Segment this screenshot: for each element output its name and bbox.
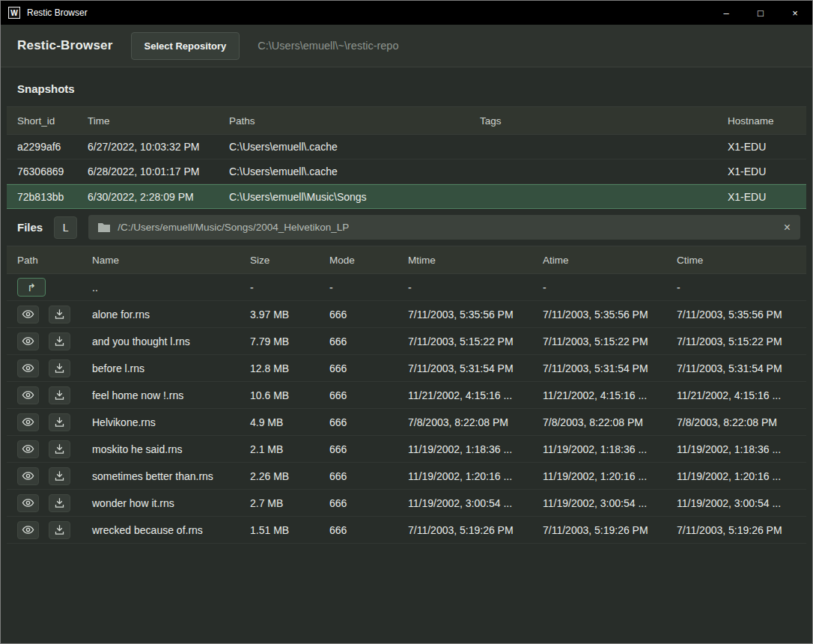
select-repository-button[interactable]: Select Repository — [131, 32, 240, 60]
snapshot-paths: C:\Users\emuell\.cache — [219, 165, 469, 177]
file-mtime: - — [398, 282, 532, 294]
column-header-ctime: Ctime — [666, 255, 806, 266]
file-mode: 666 — [319, 497, 398, 509]
file-row: sometimes better than.rns 2.26 MB 666 11… — [7, 463, 806, 490]
file-mtime: 7/11/2003, 5:31:54 PM — [398, 362, 532, 374]
file-size: 10.6 MB — [240, 389, 319, 401]
file-row: wrecked because of.rns 1.51 MB 666 7/11/… — [7, 517, 806, 544]
root-path-button[interactable]: L — [54, 216, 77, 239]
file-ctime: 11/19/2002, 1:20:16 ... — [666, 470, 806, 482]
file-mode: 666 — [319, 335, 398, 347]
preview-file-button[interactable] — [17, 494, 39, 512]
file-mode: 666 — [319, 416, 398, 428]
download-file-button[interactable] — [49, 386, 70, 404]
download-file-button[interactable] — [49, 306, 70, 323]
eye-icon — [22, 416, 34, 428]
preview-file-button[interactable] — [17, 413, 39, 431]
snapshot-row-selected[interactable]: 72b813bb 6/30/2022, 2:28:09 PM C:\Users\… — [7, 184, 806, 209]
app-header: Restic-Browser Select Repository C:\User… — [1, 25, 812, 67]
file-mode: 666 — [319, 362, 398, 374]
snapshot-paths: C:\Users\emuell\.cache — [219, 141, 469, 153]
eye-icon — [22, 335, 34, 347]
snapshots-table-header: Short_id Time Paths Tags Hostname — [7, 106, 806, 135]
snapshot-short-id: 72b813bb — [7, 191, 77, 203]
download-file-button[interactable] — [49, 494, 70, 512]
column-header-size: Size — [240, 255, 319, 266]
snapshot-time: 6/27/2022, 10:03:32 PM — [77, 141, 219, 153]
preview-file-button[interactable] — [17, 467, 39, 485]
snapshot-short-id: 76306869 — [7, 165, 77, 177]
file-mtime: 11/19/2002, 1:20:16 ... — [398, 470, 532, 482]
snapshot-hostname: X1-EDU — [717, 191, 806, 203]
preview-file-button[interactable] — [17, 359, 39, 377]
snapshots-section-title: Snapshots — [1, 67, 812, 106]
snapshot-row[interactable]: 76306869 6/28/2022, 10:01:17 PM C:\Users… — [7, 160, 806, 184]
preview-file-button[interactable] — [17, 440, 39, 458]
eye-icon — [22, 308, 34, 321]
column-header-path: Path — [7, 255, 82, 266]
download-file-button[interactable] — [49, 521, 70, 539]
window-controls: – □ × — [709, 1, 812, 25]
snapshot-time: 6/28/2022, 10:01:17 PM — [77, 165, 219, 177]
eye-icon — [22, 496, 34, 509]
file-mode: 666 — [319, 443, 398, 455]
file-mtime: 11/19/2002, 3:00:54 ... — [398, 497, 532, 509]
column-header-atime: Atime — [532, 255, 666, 266]
file-ctime: 7/11/2003, 5:15:22 PM — [666, 335, 806, 347]
file-name: wonder how it.rns — [82, 497, 240, 509]
download-icon — [54, 443, 65, 455]
file-name: and you thought l.rns — [82, 335, 240, 347]
file-mtime: 11/21/2002, 4:15:16 ... — [398, 389, 532, 401]
files-path-input[interactable]: /C:/Users/emuell/Music/Songs/2004_Helvet… — [88, 215, 800, 240]
preview-file-button[interactable] — [17, 332, 39, 350]
download-icon — [54, 497, 65, 508]
file-row: wonder how it.rns 2.7 MB 666 11/19/2002,… — [7, 490, 806, 517]
column-header-mtime: Mtime — [398, 255, 532, 266]
column-header-paths: Paths — [219, 115, 469, 127]
file-row: moskito he said.rns 2.1 MB 666 11/19/200… — [7, 436, 806, 463]
file-ctime: 7/11/2003, 5:19:26 PM — [666, 524, 806, 536]
column-header-hostname: Hostname — [717, 115, 806, 127]
files-table-header: Path Name Size Mode Mtime Atime Ctime — [7, 246, 806, 274]
preview-file-button[interactable] — [17, 306, 39, 323]
file-row: alone for.rns 3.97 MB 666 7/11/2003, 5:3… — [7, 301, 806, 328]
file-name: alone for.rns — [82, 309, 240, 321]
download-icon — [54, 524, 65, 535]
snapshot-row[interactable]: a2299af6 6/27/2022, 10:03:32 PM C:\Users… — [7, 135, 806, 160]
preview-file-button[interactable] — [17, 521, 39, 539]
download-file-button[interactable] — [49, 332, 70, 350]
download-file-button[interactable] — [49, 413, 70, 431]
download-icon — [54, 470, 65, 482]
file-ctime: 11/19/2002, 3:00:54 ... — [666, 497, 806, 509]
minimize-button[interactable]: – — [709, 1, 743, 25]
file-name: Helvikone.rns — [82, 416, 240, 428]
folder-icon — [98, 222, 110, 232]
file-atime: 7/11/2003, 5:35:56 PM — [532, 309, 666, 321]
download-icon — [54, 416, 65, 428]
file-size: 7.79 MB — [240, 335, 319, 347]
download-file-button[interactable] — [49, 359, 70, 377]
wails-app-icon: W — [8, 7, 20, 19]
file-mode: 666 — [319, 389, 398, 401]
download-file-button[interactable] — [49, 440, 70, 458]
file-mode: 666 — [319, 309, 398, 321]
file-mode: - — [319, 282, 398, 294]
file-mtime: 7/8/2003, 8:22:08 PM — [398, 416, 532, 428]
file-atime: 7/11/2003, 5:19:26 PM — [532, 524, 666, 536]
clear-path-button[interactable]: × — [784, 222, 791, 234]
file-row: feel home now !.rns 10.6 MB 666 11/21/20… — [7, 382, 806, 409]
file-atime: 11/19/2002, 1:20:16 ... — [532, 470, 666, 482]
go-to-parent-button[interactable]: ↱ — [17, 278, 46, 297]
download-file-button[interactable] — [49, 467, 70, 485]
column-header-short-id: Short_id — [7, 115, 77, 127]
preview-file-button[interactable] — [17, 386, 39, 404]
file-atime: 7/11/2003, 5:31:54 PM — [532, 362, 666, 374]
file-name: before l.rns — [82, 362, 240, 374]
file-ctime: 7/11/2003, 5:35:56 PM — [666, 309, 806, 321]
column-header-time: Time — [77, 115, 219, 127]
maximize-button[interactable]: □ — [743, 1, 778, 25]
column-header-name: Name — [82, 255, 240, 266]
close-button[interactable]: × — [778, 1, 812, 25]
app-window: W Restic Browser – □ × Restic-Browser Se… — [0, 0, 813, 644]
snapshot-hostname: X1-EDU — [717, 141, 806, 153]
